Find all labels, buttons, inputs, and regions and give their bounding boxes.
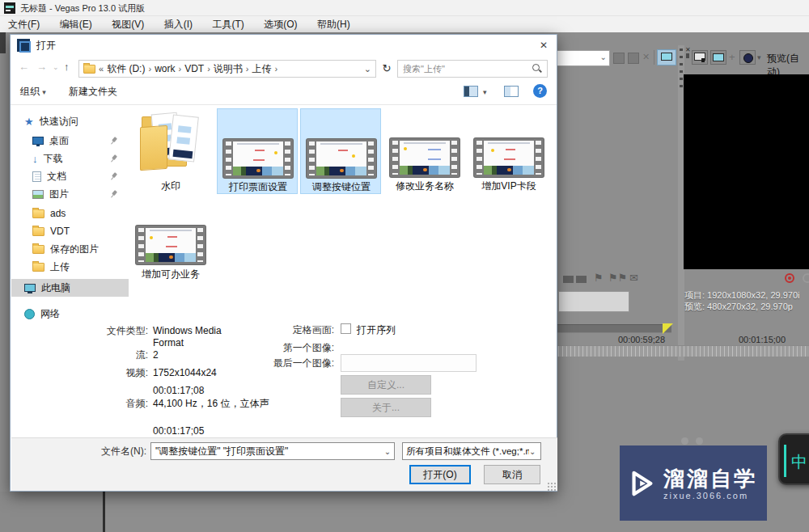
dialog-close-button[interactable]: ✕	[531, 35, 557, 56]
organize-button[interactable]: 组织 ▾	[20, 82, 46, 101]
about-button: 关于...	[341, 398, 431, 417]
view-mode-icon[interactable]	[464, 86, 478, 97]
menu-insert[interactable]: 插入(I)	[156, 16, 201, 32]
preview-caret-icon[interactable]: ▾	[757, 53, 761, 61]
open-sequence-checkbox[interactable]	[341, 323, 351, 334]
preview-format-line: 预览: 480x270x32, 29.970p	[684, 301, 800, 312]
sidebar-item-upload[interactable]: 上传	[11, 258, 129, 276]
back-icon[interactable]: ←	[19, 60, 29, 74]
video-duration: 00:01:17;08	[153, 385, 204, 397]
preview-close-icon[interactable]: ✕	[685, 46, 691, 53]
breadcrumb-sep: ›	[274, 64, 277, 74]
quality-icon[interactable]	[739, 50, 756, 65]
snapshot-glyph	[694, 53, 705, 61]
forward-icon[interactable]: →	[36, 60, 47, 74]
last-image-input[interactable]	[341, 354, 477, 372]
trimmer-tool-icon[interactable]	[613, 53, 625, 64]
filename-input[interactable]	[151, 445, 381, 457]
trimmer-combobox[interactable]: ⌄	[557, 50, 610, 66]
menu-edit[interactable]: 编辑(E)	[52, 16, 100, 32]
view-mode-caret-icon[interactable]: ▾	[483, 88, 487, 96]
last-image-label: 最后一个图像:	[245, 357, 334, 369]
ime-indicator[interactable]: 中	[778, 433, 809, 485]
filename-combo[interactable]: ⌄	[150, 442, 395, 460]
new-folder-button[interactable]: 新建文件夹	[69, 82, 117, 101]
address-bar[interactable]: « 软件 (D:)› work› VDT› 说明书› 上传› ⌄	[78, 60, 376, 78]
breadcrumb-manual[interactable]: 说明书	[214, 62, 243, 76]
transport-icon-2[interactable]	[576, 276, 587, 283]
resize-grip[interactable]	[548, 483, 556, 491]
menu-file[interactable]: 文件(F)	[0, 16, 48, 32]
app-title: 无标题 - Vegas Pro 13.0 试用版	[20, 0, 145, 16]
address-chevron-icon[interactable]: ⌄	[364, 64, 371, 74]
filetype-combo[interactable]: 所有项目和媒体文件 (*.veg;*.m ⌄	[402, 442, 541, 460]
recent-chevron-icon[interactable]: ⌄	[53, 60, 59, 74]
open-button[interactable]: 打开(O)	[409, 465, 471, 484]
external-monitor-icon[interactable]	[710, 50, 726, 65]
menu-tools[interactable]: 工具(T)	[204, 16, 252, 32]
menu-help[interactable]: 帮助(H)	[309, 16, 358, 32]
file-tile-video-selected[interactable]: 打印票面设置	[217, 108, 298, 194]
marker-flag-icon[interactable]: ⚑	[594, 272, 604, 284]
split-screen-icon[interactable]: +	[729, 51, 735, 63]
dot-decoration	[696, 437, 703, 445]
breadcrumb-drive[interactable]: 软件 (D:)	[107, 62, 145, 76]
sidebar-item-pictures[interactable]: 图片	[11, 185, 129, 203]
menu-options[interactable]: 选项(O)	[256, 16, 305, 32]
transport-icon-1[interactable]	[563, 276, 574, 283]
monitor-icon[interactable]	[657, 49, 676, 65]
preview-pin-icon[interactable]	[686, 53, 689, 58]
help-icon[interactable]: ?	[533, 84, 547, 98]
customize-button: 自定义...	[341, 375, 431, 395]
refresh-icon[interactable]: ↻	[379, 60, 394, 78]
sidebar-item-vdt[interactable]: VDT	[11, 222, 129, 240]
mail-icon[interactable]: ✉	[629, 272, 638, 284]
file-tile-video[interactable]: 修改业务名称	[384, 108, 465, 194]
sidebar-item-network[interactable]: 网络	[11, 305, 129, 323]
menu-view[interactable]: 视图(V)	[104, 16, 152, 32]
folder-icon	[32, 209, 44, 218]
folder-icon	[32, 227, 44, 236]
sidebar-item-documents[interactable]: 文档	[11, 167, 129, 185]
breadcrumb-vdt[interactable]: VDT	[184, 63, 204, 74]
preview-pane-icon[interactable]	[504, 86, 519, 97]
breadcrumb-work[interactable]: work	[155, 63, 175, 74]
search-box[interactable]	[397, 60, 548, 78]
sidebar-item-quick-access[interactable]: ★快速访问	[11, 112, 129, 130]
star-icon: ★	[24, 116, 34, 128]
network-icon	[24, 309, 35, 319]
file-label: 调整按键位置	[301, 180, 382, 194]
vegas-app-icon	[4, 2, 15, 14]
file-tile-folder[interactable]: 水印	[130, 108, 211, 194]
breadcrumb-sep: ›	[178, 64, 181, 74]
up-icon[interactable]: ↑	[64, 60, 70, 74]
search-input[interactable]	[398, 64, 532, 74]
sidebar-item-desktop[interactable]: 桌面	[11, 132, 129, 150]
file-tile-video-selected[interactable]: 调整按键位置	[300, 108, 381, 194]
streams-label: 流:	[59, 349, 148, 361]
sidebar-item-ads[interactable]: ads	[11, 205, 129, 222]
timeline-timestamp-2: 00:01:15;00	[727, 335, 797, 344]
toolbar-separator	[654, 50, 654, 65]
breadcrumb-upload[interactable]: 上传	[252, 62, 271, 76]
open-dialog: 打开 ✕ ← → ⌄ ↑ « 软件 (D:)› work› VDT› 说明书› …	[10, 34, 557, 492]
audio-value: 44,100 Hz，16 位，立体声	[153, 398, 276, 410]
clear-icon[interactable]: ✕	[642, 52, 650, 62]
sidebar-item-saved-pictures[interactable]: 保存的图片	[11, 240, 129, 258]
filename-chevron-icon[interactable]: ⌄	[381, 447, 394, 456]
copy-snapshot-icon[interactable]	[692, 50, 708, 65]
record-icon	[785, 273, 794, 283]
sidebar-item-downloads[interactable]: ↓下载	[11, 150, 129, 167]
sidebar-item-this-pc[interactable]: 此电脑	[11, 279, 129, 297]
region-flags-icon[interactable]: ⚑⚑	[608, 272, 627, 284]
trimmer-tool2-icon[interactable]	[628, 53, 639, 64]
download-icon: ↓	[32, 153, 38, 165]
timeline-timestamp-1: 00:00:59;28	[607, 335, 676, 344]
timecode-field[interactable]	[558, 291, 629, 312]
file-tile-video[interactable]: 增加VIP卡段	[468, 108, 549, 194]
file-label: 增加VIP卡段	[468, 179, 549, 193]
cancel-button[interactable]: 取消	[484, 465, 540, 484]
app-titlebar: 无标题 - Vegas Pro 13.0 试用版	[0, 0, 809, 16]
timeline-marker[interactable]	[663, 323, 673, 334]
file-tile-video[interactable]: 增加可办业务	[130, 221, 211, 282]
